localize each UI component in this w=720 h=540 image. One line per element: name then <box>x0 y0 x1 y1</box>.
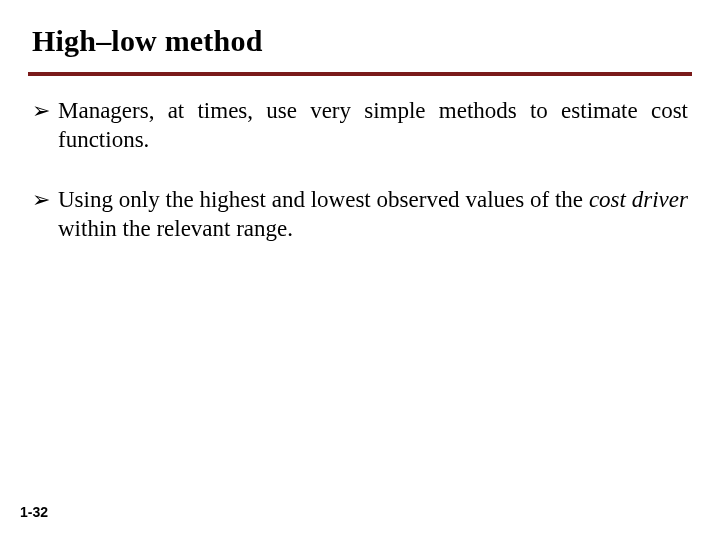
slide-title: High–low method <box>32 24 688 58</box>
bullet-item: ➢ Using only the highest and lowest obse… <box>32 185 688 244</box>
bullet-text-before: Using only the highest and lowest observ… <box>58 187 589 212</box>
title-underline <box>28 72 692 76</box>
bullet-item: ➢ Managers, at times, use very simple me… <box>32 96 688 155</box>
bullet-text: Using only the highest and lowest observ… <box>58 185 688 244</box>
page-number: 1-32 <box>20 504 48 520</box>
bullet-text: Managers, at times, use very simple meth… <box>58 96 688 155</box>
bullet-text-italic: cost driver <box>589 187 688 212</box>
slide: High–low method ➢ Managers, at times, us… <box>0 0 720 540</box>
bullet-text-after: within the relevant range. <box>58 216 293 241</box>
bullet-marker-icon: ➢ <box>32 96 58 125</box>
slide-body: ➢ Managers, at times, use very simple me… <box>32 96 688 274</box>
bullet-marker-icon: ➢ <box>32 185 58 214</box>
